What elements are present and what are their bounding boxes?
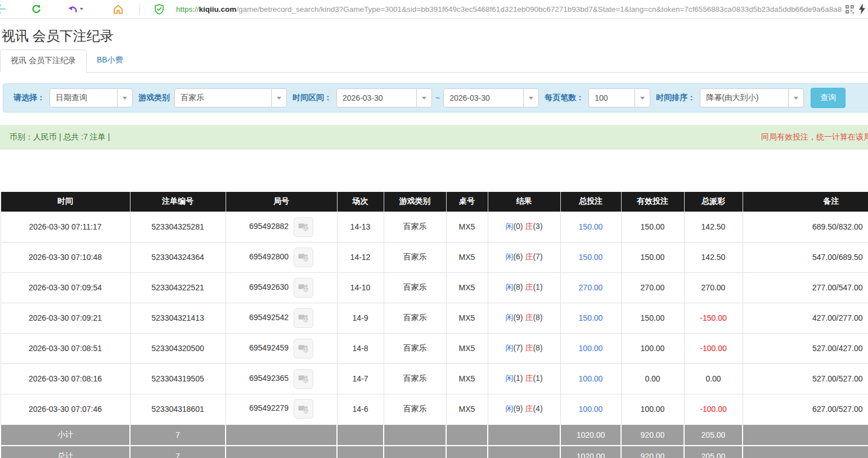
cell-total-bet[interactable]: 100.00 [560, 333, 621, 363]
video-replay-button[interactable] [294, 369, 313, 389]
cell-game-type: 百家乐 [384, 333, 446, 363]
cell-total-bet[interactable]: 100.00 [560, 394, 621, 424]
header-round: 局号 [226, 192, 337, 212]
video-replay-button[interactable] [294, 217, 313, 237]
result-banker-score: (8) [533, 313, 542, 322]
video-camera-icon [298, 281, 310, 294]
cell-payout: -150.00 [684, 303, 743, 333]
round-number: 695492882 [249, 222, 289, 231]
result-banker-label: 庄 [525, 404, 533, 413]
round-number: 695492279 [249, 403, 289, 412]
game-type-select[interactable]: 百家乐 [174, 88, 287, 107]
page-size-select[interactable]: 100 [588, 88, 650, 107]
cell-table-number: MX5 [446, 212, 488, 242]
chevron-down-icon[interactable] [416, 89, 431, 107]
sort-order-value: 降幂(由大到小) [700, 89, 788, 107]
query-type-value: 日期查询 [50, 89, 117, 107]
page-title: 视讯 会员下注纪录 [2, 28, 868, 44]
query-type-select[interactable]: 日期查询 [50, 88, 133, 107]
cell-table-number: MX5 [446, 242, 488, 272]
result-player-label: 闲 [505, 313, 513, 322]
toolbar-separator [140, 3, 140, 15]
time-range-label: 时间区间： [293, 93, 332, 103]
video-camera-icon [298, 372, 310, 385]
shield-check-icon[interactable] [155, 4, 164, 15]
date-from-input[interactable]: 2026-03-30 [336, 88, 432, 107]
cell-total-bet[interactable]: 150.00 [560, 212, 621, 242]
undo-dropdown-caret-icon[interactable] [80, 8, 83, 10]
cell-note: 527.00/527.00 [743, 363, 868, 394]
chevron-down-icon[interactable] [788, 89, 803, 107]
page-size-label: 每页笔数： [545, 93, 584, 103]
video-replay-button[interactable] [294, 248, 313, 267]
cell-total-bet[interactable]: 150.00 [560, 242, 621, 272]
subtotal-round-empty [226, 424, 337, 446]
cell-note: 427.00/277.00 [743, 303, 868, 333]
chevron-down-icon[interactable] [523, 89, 538, 107]
video-camera-icon [298, 251, 310, 263]
subtotal-result-empty [488, 424, 560, 446]
result-player-label: 闲 [505, 404, 513, 413]
cell-valid-bet: 0.00 [621, 363, 684, 394]
cell-round: 695492542 [226, 303, 337, 333]
refresh-icon[interactable] [31, 4, 42, 15]
cell-valid-bet: 150.00 [621, 212, 684, 242]
cell-bet-number: 523304318601 [130, 394, 226, 424]
header-payout: 总派彩 [684, 192, 743, 212]
cell-result: 闲(9) 庄(8) [488, 303, 560, 333]
cell-result: 闲(8) 庄(1) [488, 272, 560, 303]
video-replay-button[interactable] [294, 278, 313, 298]
tab-bb-tips[interactable]: BB小费 [87, 50, 133, 72]
total-table-empty [446, 446, 488, 458]
video-replay-button[interactable] [294, 399, 313, 419]
search-button[interactable]: 查询 [811, 88, 845, 108]
cell-valid-bet: 270.00 [621, 272, 684, 303]
table-header-row: 时间注单编号局号场次游戏类别桌号结果总投注有效投注总派彩备注 [1, 192, 868, 212]
total-bet-link: 150.00 [579, 222, 603, 231]
cell-session: 14-6 [337, 394, 384, 424]
total-bet-link: 100.00 [579, 374, 603, 383]
cell-total-bet[interactable]: 100.00 [560, 363, 621, 394]
cell-note: 689.50/832.00 [743, 212, 868, 242]
home-icon[interactable] [113, 4, 124, 15]
chevron-down-icon[interactable] [271, 89, 286, 107]
lightning-icon[interactable] [858, 3, 866, 15]
video-replay-button[interactable] [294, 339, 313, 358]
date-to-input[interactable]: 2026-03-30 [443, 88, 539, 107]
total-count: 7 [130, 446, 226, 458]
result-banker-score: (4) [533, 404, 542, 413]
cell-result: 闲(9) 庄(4) [488, 394, 560, 424]
cell-round: 695492800 [226, 242, 337, 272]
cell-time: 2026-03-30 07:08:16 [1, 363, 130, 394]
chevron-down-icon[interactable] [117, 89, 132, 107]
total-row: 总计71020.00920.00205.00 [1, 446, 868, 458]
video-replay-button[interactable] [294, 308, 313, 328]
header-result: 结果 [488, 192, 560, 212]
tab-betting-records[interactable]: 视讯 会员下注纪录 [0, 50, 87, 73]
result-player-label: 闲 [505, 343, 513, 352]
cell-result: 闲(7) 庄(8) [488, 333, 560, 363]
round-number: 695492542 [249, 313, 289, 322]
cell-game-type: 百家乐 [384, 394, 446, 424]
cell-bet-number: 523304325281 [130, 212, 226, 242]
qr-code-icon[interactable] [845, 5, 854, 14]
cell-total-bet[interactable]: 270.00 [560, 272, 621, 303]
cell-result: 闲(6) 庄(7) [488, 242, 560, 272]
address-bar[interactable]: https://kiqiiu.com/game/betrecord_search… [176, 5, 842, 14]
result-player-label: 闲 [505, 374, 513, 383]
header-note: 备注 [743, 192, 868, 212]
cell-valid-bet: 150.00 [621, 303, 684, 333]
total-total-bet: 1020.00 [560, 446, 621, 458]
currency-total-text: 币别：人民币 | 总共 :7 注单 | [10, 132, 110, 142]
undo-icon[interactable] [68, 4, 83, 14]
sort-order-label: 时间排序： [656, 93, 695, 103]
sort-order-select[interactable]: 降幂(由大到小) [700, 88, 804, 107]
back-icon[interactable] [0, 3, 6, 15]
cell-total-bet[interactable]: 150.00 [560, 303, 621, 333]
cell-game-type: 百家乐 [384, 272, 446, 303]
total-bet-link: 100.00 [579, 405, 603, 414]
browser-toolbar: https://kiqiiu.com/game/betrecord_search… [0, 0, 868, 19]
chevron-down-icon[interactable] [635, 89, 650, 107]
result-player-label: 闲 [505, 282, 513, 291]
video-camera-icon [298, 342, 310, 354]
